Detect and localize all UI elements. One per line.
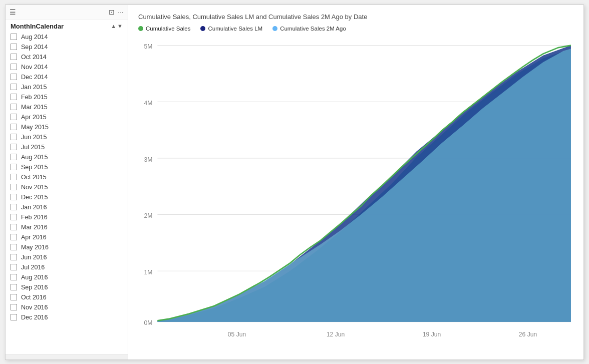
sort-icons: ▲ ▼: [111, 23, 123, 29]
checkbox[interactable]: [11, 264, 17, 270]
checkbox[interactable]: [11, 114, 17, 120]
list-item[interactable]: Mar 2016: [6, 222, 128, 232]
list-item[interactable]: Sep 2016: [6, 282, 128, 292]
list-item-label: Dec 2016: [21, 314, 48, 321]
list-item[interactable]: Aug 2016: [6, 272, 128, 282]
panel-header: ☰ ⊡ ···: [6, 5, 128, 20]
list-item-label: Feb 2015: [21, 94, 48, 101]
checkbox[interactable]: [11, 64, 17, 70]
list-item[interactable]: Nov 2014: [6, 62, 128, 72]
y-label-2m: 2M: [144, 211, 152, 219]
list-item-label: Jun 2016: [21, 254, 47, 261]
checkbox[interactable]: [11, 214, 17, 220]
list-item[interactable]: May 2016: [6, 242, 128, 252]
list-item[interactable]: Jul 2016: [6, 262, 128, 272]
chart-title: Cumulative Sales, Cumulative Sales LM an…: [138, 13, 573, 21]
list-item[interactable]: Oct 2015: [6, 172, 128, 182]
list-item[interactable]: Dec 2015: [6, 192, 128, 202]
sort-desc-icon[interactable]: ▼: [117, 23, 123, 29]
list-item[interactable]: Nov 2015: [6, 182, 128, 192]
legend-item-cumulative-sales-lm: Cumulative Sales LM: [200, 26, 262, 32]
left-panel: ☰ ⊡ ··· MonthInCalendar ▲ ▼ Aug 2014Sep …: [6, 5, 128, 359]
checkbox[interactable]: [11, 274, 17, 280]
list-item-label: Jul 2016: [21, 264, 45, 271]
list-item[interactable]: Feb 2015: [6, 92, 128, 102]
panel-title: MonthInCalendar: [11, 23, 64, 30]
checkbox[interactable]: [11, 44, 17, 50]
list-item[interactable]: Apr 2015: [6, 112, 128, 122]
list-item[interactable]: Jan 2016: [6, 202, 128, 212]
checkbox[interactable]: [11, 54, 17, 60]
filter-list[interactable]: Aug 2014Sep 2014Oct 2014Nov 2014Dec 2014…: [6, 32, 128, 354]
chart-legend: Cumulative Sales Cumulative Sales LM Cum…: [138, 26, 573, 32]
checkbox[interactable]: [11, 84, 17, 90]
list-item[interactable]: May 2015: [6, 122, 128, 132]
list-item-label: Feb 2016: [21, 214, 48, 221]
checkbox[interactable]: [11, 314, 17, 320]
y-label-1m: 1M: [144, 268, 152, 276]
checkbox[interactable]: [11, 284, 17, 290]
checkbox[interactable]: [11, 164, 17, 170]
checkbox[interactable]: [11, 194, 17, 200]
list-item[interactable]: Jan 2015: [6, 82, 128, 92]
checkbox[interactable]: [11, 94, 17, 100]
right-panel: Cumulative Sales, Cumulative Sales LM an…: [128, 5, 583, 359]
ellipsis-icon[interactable]: ···: [118, 8, 124, 16]
list-item[interactable]: Nov 2016: [6, 302, 128, 312]
hamburger-icon[interactable]: ☰: [10, 8, 16, 16]
list-item[interactable]: Sep 2015: [6, 162, 128, 172]
checkbox[interactable]: [11, 34, 17, 40]
list-item[interactable]: Apr 2016: [6, 232, 128, 242]
y-label-0m: 0M: [144, 318, 152, 326]
legend-dot-cumulative-sales-2m: [272, 26, 277, 31]
checkbox[interactable]: [11, 154, 17, 160]
list-item[interactable]: Dec 2016: [6, 312, 128, 322]
checkbox[interactable]: [11, 74, 17, 80]
x-label-19jun: 19 Jun: [423, 330, 441, 338]
chart-area: 5M 4M 3M 2M 1M 0M: [138, 39, 573, 354]
list-item[interactable]: Aug 2015: [6, 152, 128, 162]
y-label-4m: 4M: [144, 99, 152, 107]
list-item[interactable]: Dec 2014: [6, 72, 128, 82]
checkbox[interactable]: [11, 304, 17, 310]
checkbox[interactable]: [11, 234, 17, 240]
checkbox[interactable]: [11, 294, 17, 300]
list-item-label: Aug 2016: [21, 274, 48, 281]
list-item[interactable]: Jun 2015: [6, 132, 128, 142]
list-item[interactable]: Oct 2014: [6, 52, 128, 62]
checkbox[interactable]: [11, 244, 17, 250]
list-item[interactable]: Feb 2016: [6, 212, 128, 222]
legend-label-cumulative-sales-lm: Cumulative Sales LM: [208, 26, 262, 32]
list-item-label: Dec 2015: [21, 194, 48, 201]
checkbox[interactable]: [11, 144, 17, 150]
list-item[interactable]: Mar 2015: [6, 102, 128, 112]
checkbox[interactable]: [11, 184, 17, 190]
y-label-3m: 3M: [144, 155, 152, 163]
checkbox[interactable]: [11, 134, 17, 140]
legend-dot-cumulative-sales-lm: [200, 26, 205, 31]
checkbox[interactable]: [11, 124, 17, 130]
legend-dot-cumulative-sales: [138, 26, 143, 31]
legend-item-cumulative-sales: Cumulative Sales: [138, 26, 190, 32]
checkbox[interactable]: [11, 104, 17, 110]
list-item-label: May 2016: [21, 244, 49, 251]
list-item[interactable]: Jun 2016: [6, 252, 128, 262]
list-item-label: Sep 2015: [21, 164, 48, 171]
list-item[interactable]: Aug 2014: [6, 32, 128, 42]
list-item-label: Jan 2015: [21, 84, 47, 91]
list-item[interactable]: Sep 2014: [6, 42, 128, 52]
checkbox[interactable]: [11, 204, 17, 210]
list-item-label: Nov 2016: [21, 304, 48, 311]
list-item[interactable]: Jul 2015: [6, 142, 128, 152]
sort-asc-icon[interactable]: ▲: [111, 23, 116, 29]
legend-label-cumulative-sales-2m: Cumulative Sales 2M Ago: [280, 26, 346, 32]
expand-icon[interactable]: ⊡: [109, 8, 115, 16]
checkbox[interactable]: [11, 174, 17, 180]
area-cumulative-2m-overlay: [157, 49, 571, 321]
list-item-label: Aug 2015: [21, 154, 48, 161]
list-item-label: Nov 2015: [21, 184, 48, 191]
checkbox[interactable]: [11, 254, 17, 260]
checkbox[interactable]: [11, 224, 17, 230]
list-item[interactable]: Oct 2016: [6, 292, 128, 302]
list-item-label: Nov 2014: [21, 64, 48, 71]
